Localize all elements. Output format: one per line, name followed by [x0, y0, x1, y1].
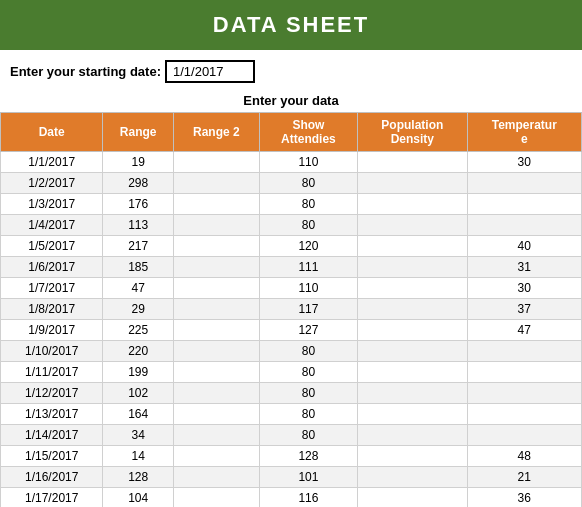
table-cell[interactable]: 31 — [467, 257, 581, 278]
table-cell[interactable] — [173, 467, 259, 488]
table-cell[interactable]: 110 — [259, 152, 357, 173]
table-cell[interactable]: 1/14/2017 — [1, 425, 103, 446]
table-cell[interactable] — [358, 341, 468, 362]
table-cell[interactable] — [467, 194, 581, 215]
table-cell[interactable]: 102 — [103, 383, 173, 404]
table-cell[interactable] — [173, 404, 259, 425]
table-cell[interactable]: 80 — [259, 341, 357, 362]
table-cell[interactable] — [173, 362, 259, 383]
table-cell[interactable]: 47 — [103, 278, 173, 299]
table-cell[interactable]: 80 — [259, 173, 357, 194]
table-cell[interactable] — [358, 425, 468, 446]
table-cell[interactable]: 1/1/2017 — [1, 152, 103, 173]
table-cell[interactable] — [358, 362, 468, 383]
table-cell[interactable]: 1/9/2017 — [1, 320, 103, 341]
table-cell[interactable]: 128 — [103, 467, 173, 488]
table-cell[interactable]: 111 — [259, 257, 357, 278]
table-cell[interactable]: 113 — [103, 215, 173, 236]
table-cell[interactable] — [173, 278, 259, 299]
table-cell[interactable]: 176 — [103, 194, 173, 215]
table-cell[interactable]: 37 — [467, 299, 581, 320]
table-cell[interactable] — [467, 425, 581, 446]
table-cell[interactable] — [173, 257, 259, 278]
table-cell[interactable]: 14 — [103, 446, 173, 467]
table-cell[interactable] — [173, 320, 259, 341]
table-cell[interactable] — [173, 173, 259, 194]
table-cell[interactable] — [173, 299, 259, 320]
table-cell[interactable] — [173, 194, 259, 215]
table-cell[interactable]: 1/5/2017 — [1, 236, 103, 257]
table-cell[interactable]: 220 — [103, 341, 173, 362]
table-cell[interactable]: 29 — [103, 299, 173, 320]
table-cell[interactable]: 116 — [259, 488, 357, 508]
table-cell[interactable] — [358, 215, 468, 236]
table-cell[interactable] — [358, 488, 468, 508]
table-cell[interactable]: 110 — [259, 278, 357, 299]
table-cell[interactable]: 1/2/2017 — [1, 173, 103, 194]
table-cell[interactable]: 47 — [467, 320, 581, 341]
table-cell[interactable] — [467, 383, 581, 404]
table-cell[interactable] — [173, 215, 259, 236]
table-cell[interactable] — [358, 446, 468, 467]
table-cell[interactable]: 298 — [103, 173, 173, 194]
table-cell[interactable]: 101 — [259, 467, 357, 488]
table-cell[interactable]: 199 — [103, 362, 173, 383]
table-cell[interactable] — [358, 383, 468, 404]
table-cell[interactable] — [173, 236, 259, 257]
table-cell[interactable] — [358, 320, 468, 341]
table-cell[interactable]: 34 — [103, 425, 173, 446]
table-cell[interactable]: 21 — [467, 467, 581, 488]
table-cell[interactable]: 217 — [103, 236, 173, 257]
table-cell[interactable]: 30 — [467, 278, 581, 299]
table-cell[interactable]: 36 — [467, 488, 581, 508]
table-cell[interactable]: 225 — [103, 320, 173, 341]
table-cell[interactable]: 1/15/2017 — [1, 446, 103, 467]
table-cell[interactable] — [173, 488, 259, 508]
table-cell[interactable]: 1/13/2017 — [1, 404, 103, 425]
table-cell[interactable]: 1/11/2017 — [1, 362, 103, 383]
table-cell[interactable]: 1/6/2017 — [1, 257, 103, 278]
table-cell[interactable]: 1/16/2017 — [1, 467, 103, 488]
table-cell[interactable]: 127 — [259, 320, 357, 341]
table-cell[interactable]: 185 — [103, 257, 173, 278]
table-cell[interactable] — [173, 446, 259, 467]
table-cell[interactable] — [467, 404, 581, 425]
table-cell[interactable]: 164 — [103, 404, 173, 425]
table-cell[interactable]: 19 — [103, 152, 173, 173]
table-cell[interactable]: 104 — [103, 488, 173, 508]
table-cell[interactable] — [467, 341, 581, 362]
table-cell[interactable] — [358, 278, 468, 299]
table-cell[interactable] — [173, 425, 259, 446]
table-cell[interactable]: 80 — [259, 215, 357, 236]
table-cell[interactable] — [358, 152, 468, 173]
table-cell[interactable] — [358, 404, 468, 425]
table-cell[interactable]: 1/7/2017 — [1, 278, 103, 299]
table-cell[interactable] — [358, 257, 468, 278]
table-cell[interactable] — [358, 467, 468, 488]
table-cell[interactable] — [467, 362, 581, 383]
table-cell[interactable]: 1/17/2017 — [1, 488, 103, 508]
table-cell[interactable] — [467, 173, 581, 194]
table-cell[interactable] — [173, 383, 259, 404]
table-cell[interactable]: 40 — [467, 236, 581, 257]
table-cell[interactable]: 128 — [259, 446, 357, 467]
table-cell[interactable]: 1/12/2017 — [1, 383, 103, 404]
table-cell[interactable]: 80 — [259, 362, 357, 383]
table-cell[interactable]: 48 — [467, 446, 581, 467]
table-cell[interactable] — [358, 194, 468, 215]
table-cell[interactable]: 1/8/2017 — [1, 299, 103, 320]
table-cell[interactable]: 80 — [259, 404, 357, 425]
table-cell[interactable]: 1/4/2017 — [1, 215, 103, 236]
table-cell[interactable] — [358, 299, 468, 320]
table-cell[interactable]: 30 — [467, 152, 581, 173]
table-cell[interactable] — [467, 215, 581, 236]
table-cell[interactable]: 117 — [259, 299, 357, 320]
table-cell[interactable]: 80 — [259, 383, 357, 404]
table-cell[interactable] — [173, 152, 259, 173]
table-cell[interactable] — [173, 341, 259, 362]
starting-date-input[interactable] — [165, 60, 255, 83]
table-cell[interactable] — [358, 236, 468, 257]
table-cell[interactable]: 1/3/2017 — [1, 194, 103, 215]
table-cell[interactable]: 80 — [259, 194, 357, 215]
table-cell[interactable]: 1/10/2017 — [1, 341, 103, 362]
